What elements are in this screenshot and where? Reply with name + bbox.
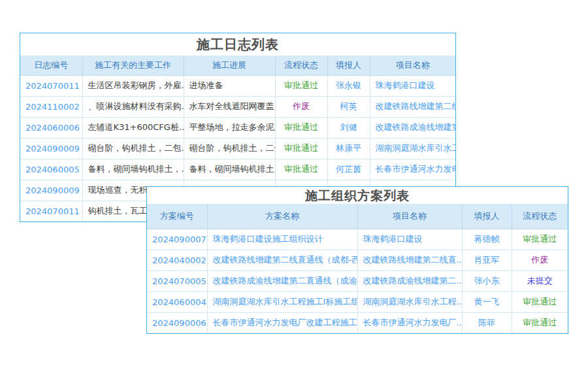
plan-cell-name[interactable]: 改建铁路成渝线增建第二直通线（成渝枢...	[207, 270, 357, 291]
log-cell-project[interactable]: 长春市伊通河水力发电...	[370, 159, 455, 180]
plan-cell-id[interactable]: 2024070005	[147, 270, 207, 291]
plan-cell-name[interactable]: 珠海鹤港口建设施工组织设计	[207, 229, 357, 250]
log-cell-reporter[interactable]: 何芷茵	[327, 159, 370, 180]
plan-cell-id[interactable]: 2024040002	[147, 250, 207, 270]
plan-cell-id[interactable]: 2024060004	[147, 291, 207, 312]
plan-table-row: 2024070005改建铁路成渝线增建第二直通线（成渝枢...改建铁路成渝线增建…	[147, 270, 568, 291]
log-cell-work: 生活区吊装彩钢房，外雇...	[82, 75, 184, 96]
log-cell-id[interactable]: 2024060006	[20, 117, 82, 138]
log-cell-project[interactable]: 湖南洞庭湖水库引水工...	[370, 138, 455, 159]
log-column-header-reporter: 填报人	[327, 56, 370, 75]
log-cell-id[interactable]: 2024070011	[20, 201, 82, 221]
log-cell-status: 审批通过	[275, 159, 327, 180]
plan-cell-status: 审批通过	[512, 312, 568, 333]
log-column-header-project: 项目名称	[370, 56, 455, 75]
plan-cell-reporter[interactable]: 黄一飞	[462, 291, 512, 312]
plan-column-header-reporter: 填报人	[462, 204, 512, 229]
log-cell-reporter[interactable]: 张永银	[327, 75, 370, 96]
log-table-row: 2024110002、喷淋设施材料没有采购...水车对全线遮阳网覆盖点...作废…	[20, 96, 455, 117]
construction-plan-title: 施工组织方案列表	[147, 187, 568, 204]
plan-table-row: 2024090007珠海鹤港口建设施工组织设计珠海鹤港口建设蒋德帧审批通过	[147, 229, 568, 250]
construction-log-title: 施工日志列表	[20, 33, 455, 56]
plan-column-header-name: 方案名称	[207, 204, 357, 229]
plan-cell-reporter[interactable]: 肖亚军	[462, 250, 512, 270]
log-cell-reporter[interactable]: 林康平	[327, 138, 370, 159]
plan-column-header-id: 方案编号	[147, 204, 207, 229]
log-cell-status: 审批通过	[275, 117, 327, 138]
plan-table-row: 2024060004湖南洞庭湖水库引水工程施工I标施工组织...湖南洞庭湖水库引…	[147, 291, 568, 312]
plan-header-row: 方案编号方案名称项目名称填报人流程状态	[147, 204, 568, 229]
construction-plan-panel: 施工组织方案列表 方案编号方案名称项目名称填报人流程状态 2024090007珠…	[146, 186, 568, 334]
log-column-header-id: 日志编号	[20, 56, 82, 75]
log-header-row: 日志编号施工有关的主要工作施工进展流程状态填报人项目名称	[20, 56, 455, 75]
plan-cell-status: 审批通过	[512, 291, 568, 312]
plan-cell-reporter[interactable]: 张小东	[462, 270, 512, 291]
plan-cell-project[interactable]: 湖南洞庭湖水库引水工程...	[357, 291, 462, 312]
log-cell-work: 砌台阶，钩机排土，二包...	[82, 138, 184, 159]
plan-cell-status: 作废	[512, 250, 568, 270]
plan-cell-project[interactable]: 长春市伊通河水力发电厂...	[357, 312, 462, 333]
log-cell-progress: 备料，砌间墙钩机排土，...	[184, 159, 275, 180]
plan-table-row: 2024040002改建铁路线增建第二线直通线（成都-西...改建铁路线增建第二…	[147, 250, 568, 270]
plan-cell-status: 未提交	[512, 270, 568, 291]
plan-table-row: 2024090006长春市伊通河水力发电厂改建工程施工组...长春市伊通河水力发…	[147, 312, 568, 333]
log-cell-work: 备料，砌间墙钩机排土，...	[82, 159, 184, 180]
plan-cell-id[interactable]: 2024090007	[147, 229, 207, 250]
log-cell-id[interactable]: 2024090009	[20, 138, 82, 159]
log-cell-id[interactable]: 2024090009	[20, 180, 82, 201]
log-cell-id[interactable]: 2024110002	[20, 96, 82, 117]
log-table-row: 2024060006左辅道K31+600CFG桩...平整场地，拉走多余泥土..…	[20, 117, 455, 138]
log-cell-progress: 砌台阶，钩机排土，二包...	[184, 138, 275, 159]
log-cell-id[interactable]: 2024060005	[20, 159, 82, 180]
log-cell-id[interactable]: 2024070011	[20, 75, 82, 96]
plan-cell-project[interactable]: 改建铁路线增建第二线直...	[357, 250, 462, 270]
plan-cell-project[interactable]: 珠海鹤港口建设	[357, 229, 462, 250]
plan-cell-project[interactable]: 改建铁路成渝线增建第二...	[357, 270, 462, 291]
construction-plan-table: 方案编号方案名称项目名称填报人流程状态 2024090007珠海鹤港口建设施工组…	[147, 204, 568, 333]
log-column-header-work: 施工有关的主要工作	[82, 56, 184, 75]
plan-cell-name[interactable]: 长春市伊通河水力发电厂改建工程施工组...	[207, 312, 357, 333]
plan-cell-status: 审批通过	[512, 229, 568, 250]
log-column-header-status: 流程状态	[275, 56, 327, 75]
log-cell-progress: 水车对全线遮阳网覆盖点...	[184, 96, 275, 117]
log-cell-progress: 进场准备	[184, 75, 275, 96]
plan-cell-name[interactable]: 湖南洞庭湖水库引水工程施工I标施工组织...	[207, 291, 357, 312]
plan-cell-reporter[interactable]: 陈菲	[462, 312, 512, 333]
plan-cell-reporter[interactable]: 蒋德帧	[462, 229, 512, 250]
log-table-row: 2024070011生活区吊装彩钢房，外雇...进场准备审批通过张永银珠海鹤港口…	[20, 75, 455, 96]
log-table-row: 2024060005备料，砌间墙钩机排土，...备料，砌间墙钩机排土，...审批…	[20, 159, 455, 180]
plan-column-header-status: 流程状态	[512, 204, 568, 229]
log-cell-status: 作废	[275, 96, 327, 117]
log-cell-reporter[interactable]: 柯英	[327, 96, 370, 117]
log-cell-progress: 平整场地，拉走多余泥土...	[184, 117, 275, 138]
log-cell-status: 审批通过	[275, 138, 327, 159]
log-table-row: 2024090009砌台阶，钩机排土，二包...砌台阶，钩机排土，二包...审批…	[20, 138, 455, 159]
log-cell-work: 左辅道K31+600CFG桩...	[82, 117, 184, 138]
plan-cell-name[interactable]: 改建铁路线增建第二线直通线（成都-西...	[207, 250, 357, 270]
log-cell-project[interactable]: 珠海鹤港口建设	[370, 75, 455, 96]
log-cell-reporter[interactable]: 刘健	[327, 117, 370, 138]
log-column-header-progress: 施工进展	[184, 56, 275, 75]
log-cell-work: 、喷淋设施材料没有采购...	[82, 96, 184, 117]
log-cell-status: 审批通过	[275, 75, 327, 96]
log-cell-project[interactable]: 改建铁路线增建第二线...	[370, 96, 455, 117]
plan-column-header-project: 项目名称	[357, 204, 462, 229]
log-cell-project[interactable]: 改建铁路成渝线增建第...	[370, 117, 455, 138]
plan-cell-id[interactable]: 2024090006	[147, 312, 207, 333]
